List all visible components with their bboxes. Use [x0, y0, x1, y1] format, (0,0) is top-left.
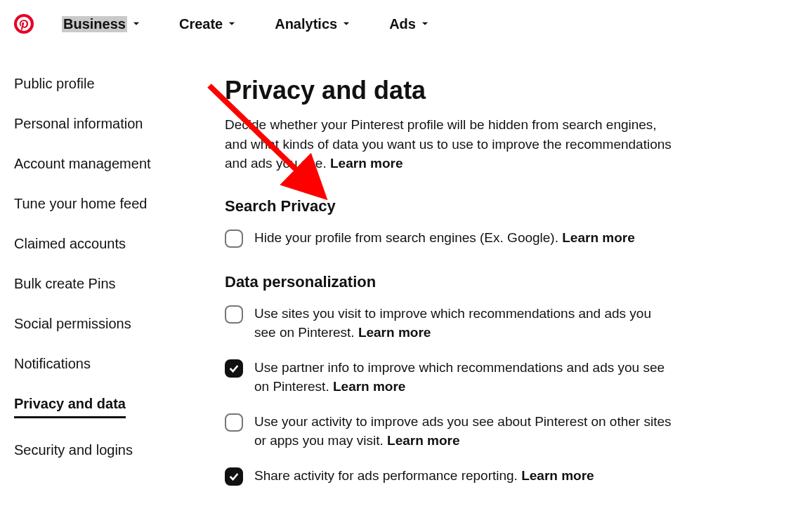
sidebar: Public profilePersonal informationAccoun…	[0, 76, 225, 511]
check-icon	[228, 471, 240, 482]
sidebar-item-personal-information[interactable]: Personal information	[14, 116, 143, 132]
learn-more-link[interactable]: Learn more	[358, 325, 431, 340]
nav-label: Analytics	[275, 16, 337, 32]
learn-more-link[interactable]: Learn more	[521, 468, 594, 483]
checkbox[interactable]	[225, 230, 243, 248]
option-text: Share activity for ads performance repor…	[254, 466, 594, 486]
option-text: Use sites you visit to improve which rec…	[254, 304, 674, 343]
sidebar-item-bulk-create-pins[interactable]: Bulk create Pins	[14, 276, 116, 292]
sidebar-item-claimed-accounts[interactable]: Claimed accounts	[14, 236, 126, 252]
learn-more-link[interactable]: Learn more	[333, 379, 405, 394]
learn-more-link[interactable]: Learn more	[330, 156, 403, 171]
checkbox[interactable]	[225, 467, 243, 486]
option-row: Use your activity to improve ads you see…	[225, 412, 674, 451]
learn-more-link[interactable]: Learn more	[562, 230, 634, 245]
option-row: Hide your profile from search engines (E…	[225, 228, 674, 248]
nav-label: Business	[62, 16, 127, 32]
sidebar-item-public-profile[interactable]: Public profile	[14, 76, 95, 92]
nav-item-analytics[interactable]: Analytics	[275, 16, 351, 32]
option-label: Use partner info to improve which recomm…	[254, 360, 665, 394]
nav-item-create[interactable]: Create	[179, 16, 237, 32]
page-description-text: Decide whether your Pinterest profile wi…	[225, 117, 672, 171]
nav-item-business[interactable]: Business	[62, 16, 141, 32]
top-nav: BusinessCreateAnalyticsAds	[0, 0, 798, 41]
page-title: Privacy and data	[225, 76, 674, 105]
page-description: Decide whether your Pinterest profile wi…	[225, 115, 674, 173]
section-data-personalization: Data personalizationUse sites you visit …	[225, 273, 674, 486]
option-row: Use partner info to improve which recomm…	[225, 358, 674, 397]
nav-label: Create	[179, 16, 223, 32]
checkbox[interactable]	[225, 305, 243, 324]
sidebar-item-privacy-and-data[interactable]: Privacy and data	[14, 396, 126, 418]
section-title: Data personalization	[225, 273, 674, 291]
chevron-down-icon	[131, 19, 141, 29]
sidebar-item-social-permissions[interactable]: Social permissions	[14, 316, 131, 332]
checkbox[interactable]	[225, 359, 243, 378]
option-row: Share activity for ads performance repor…	[225, 466, 674, 486]
content: Privacy and data Decide whether your Pin…	[225, 76, 709, 511]
option-label: Use your activity to improve ads you see…	[254, 414, 672, 448]
chevron-down-icon	[227, 19, 237, 29]
nav-label: Ads	[389, 16, 416, 32]
pinterest-logo-icon[interactable]	[14, 14, 34, 34]
checkbox[interactable]	[225, 413, 243, 432]
sidebar-item-tune-your-home-feed[interactable]: Tune your home feed	[14, 196, 147, 212]
nav-item-ads[interactable]: Ads	[389, 16, 430, 32]
section-search-privacy: Search PrivacyHide your profile from sea…	[225, 197, 674, 248]
chevron-down-icon	[341, 19, 351, 29]
option-label: Share activity for ads performance repor…	[254, 468, 521, 483]
sidebar-item-notifications[interactable]: Notifications	[14, 356, 91, 372]
section-title: Search Privacy	[225, 197, 674, 215]
option-text: Hide your profile from search engines (E…	[254, 228, 635, 248]
option-text: Use your activity to improve ads you see…	[254, 412, 674, 451]
check-icon	[228, 363, 240, 374]
option-row: Use sites you visit to improve which rec…	[225, 304, 674, 343]
chevron-down-icon	[420, 19, 430, 29]
option-label: Use sites you visit to improve which rec…	[254, 306, 651, 340]
sidebar-item-security-and-logins[interactable]: Security and logins	[14, 442, 133, 458]
option-text: Use partner info to improve which recomm…	[254, 358, 674, 397]
main: Public profilePersonal informationAccoun…	[0, 41, 798, 511]
sidebar-item-account-management[interactable]: Account management	[14, 156, 151, 172]
logo-wrap	[14, 14, 34, 34]
option-label: Hide your profile from search engines (E…	[254, 230, 562, 245]
learn-more-link[interactable]: Learn more	[387, 433, 459, 448]
